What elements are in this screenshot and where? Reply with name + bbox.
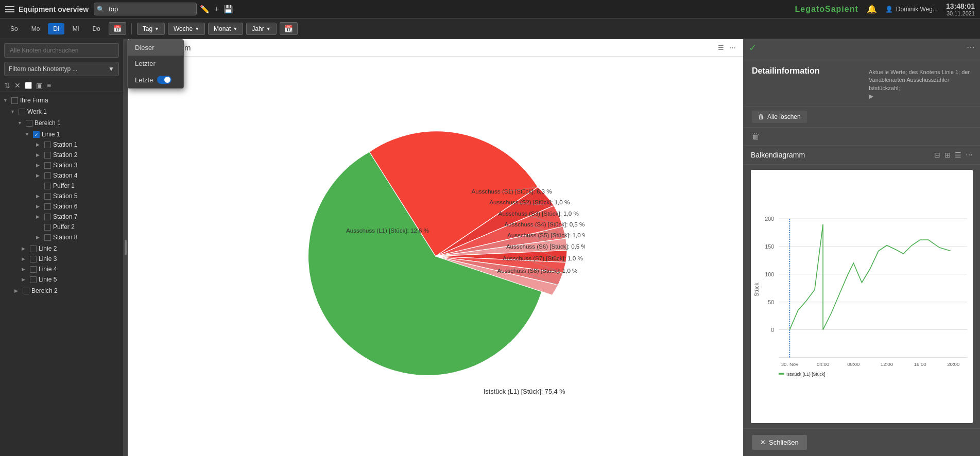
- day-do[interactable]: Do: [87, 23, 105, 34]
- add-icon[interactable]: ＋: [213, 4, 220, 14]
- expand-icon[interactable]: ⊞: [944, 151, 951, 159]
- user-icon: 👤: [885, 6, 893, 13]
- svg-text:Ausschuss (S5) [Stück]: 1,0 %: Ausschuss (S5) [Stück]: 1,0 %: [507, 232, 585, 238]
- chevron-right-icon[interactable]: ▶: [869, 93, 873, 100]
- dropdown-item-letzter[interactable]: Letzter: [128, 56, 183, 72]
- current-time: 13:48:01: [946, 2, 975, 10]
- close-button[interactable]: ✕ Schließen: [752, 435, 807, 450]
- checkbox-station7[interactable]: [44, 214, 51, 220]
- checkbox-bereich2[interactable]: [23, 288, 29, 294]
- tree-row-puffer1[interactable]: ▶ Puffer 1: [22, 181, 123, 191]
- checkbox-linie2[interactable]: [30, 245, 37, 252]
- label-station7: Station 7: [53, 213, 77, 220]
- tag-dropdown[interactable]: Tag ▼: [137, 23, 165, 35]
- tree-row-station3[interactable]: ▶ Station 3: [22, 160, 123, 170]
- select-all-checkbox[interactable]: [25, 82, 32, 89]
- checkbox-linie1[interactable]: [33, 131, 40, 138]
- monat-dropdown[interactable]: Monat ▼: [208, 23, 243, 35]
- day-mi[interactable]: Mi: [67, 23, 84, 34]
- tree-row-puffer2[interactable]: ▶ Puffer 2: [22, 222, 123, 232]
- user-block[interactable]: 👤 Dominik Weg...: [885, 6, 938, 13]
- right-bottom: ✕ Schließen: [744, 428, 980, 456]
- checkbox-station1[interactable]: [44, 142, 51, 148]
- svg-rect-37: [779, 373, 784, 375]
- letzte-toggle[interactable]: [157, 76, 171, 84]
- node-view-icon[interactable]: ▣: [36, 81, 43, 90]
- tree-row-linie1[interactable]: ▼ Linie 1: [22, 129, 123, 139]
- tree-row-station6[interactable]: ▶ Station 6: [22, 201, 123, 212]
- chevron-right-icon: ▶: [22, 256, 28, 261]
- checkbox-station6[interactable]: [44, 203, 51, 210]
- checkbox-puffer2[interactable]: [44, 224, 51, 231]
- chart-header-icons: ☰ ⋯: [718, 44, 736, 51]
- clear-all-button[interactable]: 🗑 Alle löschen: [752, 111, 807, 123]
- save-icon[interactable]: 💾: [223, 5, 233, 14]
- checkbox-linie5[interactable]: [30, 276, 37, 283]
- woche-dropdown[interactable]: Woche ▼: [168, 23, 205, 35]
- tree-row-station1[interactable]: ▶ Station 1: [22, 139, 123, 150]
- svg-text:Ausschuss (S1) [Stück]: 6,3 %: Ausschuss (S1) [Stück]: 6,3 %: [471, 188, 552, 195]
- tree-row-station7[interactable]: ▶ Station 7: [22, 212, 123, 222]
- search-bar: 🔍 ✏️ ＋ 💾: [94, 3, 236, 15]
- more-options-icon[interactable]: ⋯: [967, 42, 975, 57]
- day-mo[interactable]: Mo: [26, 23, 45, 34]
- tree-row-ihre-firma[interactable]: ▼ Ihre Firma: [0, 95, 123, 106]
- checkbox-linie3[interactable]: [30, 256, 37, 262]
- checkbox-station8[interactable]: [44, 234, 51, 241]
- bar-chart-icons: ⊟ ⊞ ☰ ⋯: [934, 151, 973, 159]
- confirm-icon[interactable]: ✓: [749, 42, 757, 54]
- jahr-dropdown[interactable]: Jahr ▼: [246, 23, 276, 35]
- sort-icon[interactable]: ≡: [47, 81, 51, 90]
- tree-row-linie5[interactable]: ▶ Linie 5: [14, 274, 123, 285]
- tree-row-station4[interactable]: ▶ Station 4: [22, 170, 123, 181]
- chevron-right-icon: ▶: [36, 142, 42, 147]
- checkbox-puffer1[interactable]: [44, 183, 51, 189]
- tree-row-linie2[interactable]: ▶ Linie 2: [14, 243, 123, 254]
- day-di[interactable]: Di: [48, 23, 64, 34]
- filter-icon[interactable]: ☰: [955, 151, 961, 159]
- edit-icon[interactable]: ✏️: [200, 5, 210, 14]
- checkbox-linie4[interactable]: [30, 266, 37, 273]
- pie-chart: Iststück (L1) [Stück]: 75,4 % Ausschuss …: [286, 107, 585, 406]
- notification-icon[interactable]: 🔔: [867, 4, 877, 14]
- more-icon[interactable]: ⋯: [966, 151, 973, 159]
- tree-row-bereich2[interactable]: ▶ Bereich 2: [7, 286, 123, 296]
- checkbox-werk1[interactable]: [19, 109, 25, 115]
- node-type-filter[interactable]: Filtern nach Knotentyp ... ▼: [4, 62, 119, 76]
- tree-row-werk1[interactable]: ▼ Werk 1: [7, 107, 123, 117]
- collapse-icon[interactable]: ✕: [14, 81, 21, 90]
- checkbox-station2[interactable]: [44, 152, 51, 159]
- hamburger-icon[interactable]: [5, 6, 14, 12]
- checkbox-station5[interactable]: [44, 193, 51, 200]
- day-so[interactable]: So: [5, 23, 23, 34]
- checkbox-ihre-firma[interactable]: [11, 97, 18, 104]
- filter-icon[interactable]: ☰: [718, 44, 724, 51]
- minimize-icon[interactable]: ⊟: [934, 151, 940, 159]
- tree-row-station5[interactable]: ▶ Station 5: [22, 191, 123, 201]
- node-search-input[interactable]: [4, 43, 119, 58]
- sidebar-scroll-handle[interactable]: [124, 39, 128, 456]
- tree-row-linie4[interactable]: ▶ Linie 4: [14, 264, 123, 274]
- tree-node-werk1: ▼ Werk 1 ▼ Bereich 1: [0, 106, 123, 297]
- delete-icon[interactable]: 🗑: [752, 132, 760, 141]
- tree-row-station8[interactable]: ▶ Station 8: [22, 232, 123, 242]
- more-icon[interactable]: ⋯: [729, 44, 736, 51]
- svg-text:Ausschuss (S2) [Stück]: 1,0 %: Ausschuss (S2) [Stück]: 1,0 %: [489, 199, 570, 205]
- svg-text:30. Nov: 30. Nov: [781, 361, 799, 367]
- checkbox-station4[interactable]: [44, 172, 51, 179]
- cal-icon[interactable]: 📅: [109, 22, 126, 35]
- tree-row-linie3[interactable]: ▶ Linie 3: [14, 254, 123, 264]
- label-puffer1: Puffer 1: [53, 182, 75, 189]
- sidebar: Filtern nach Knotentyp ... ▼ ⇅ ✕ ▣ ≡ ▼ I…: [0, 39, 124, 456]
- filter-label: Filtern nach Knotentyp ...: [9, 65, 77, 73]
- search-input[interactable]: [94, 3, 197, 15]
- calendar-range-icon[interactable]: 📆: [280, 22, 298, 35]
- tree-row-bereich1[interactable]: ▼ Bereich 1: [14, 118, 123, 128]
- label-bereich1: Bereich 1: [35, 119, 61, 127]
- tree-row-station2[interactable]: ▶ Station 2: [22, 150, 123, 160]
- checkbox-bereich1[interactable]: [26, 120, 32, 127]
- main-layout: Filtern nach Knotentyp ... ▼ ⇅ ✕ ▣ ≡ ▼ I…: [0, 39, 980, 456]
- expand-icon[interactable]: ⇅: [4, 81, 10, 90]
- checkbox-station3[interactable]: [44, 162, 51, 169]
- dropdown-item-dieser[interactable]: Dieser: [128, 40, 183, 56]
